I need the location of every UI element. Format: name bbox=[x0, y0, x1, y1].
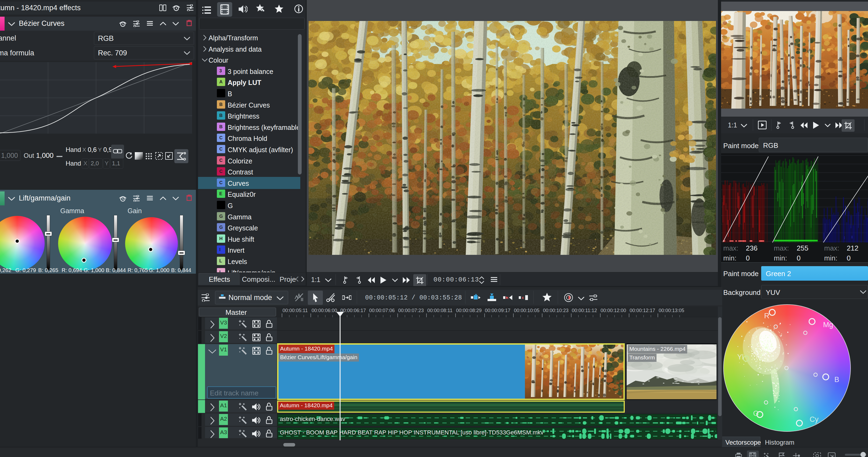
svg-text:x: x bbox=[506, 295, 508, 300]
svg-text:B: B bbox=[834, 376, 839, 384]
svg-text:R: R bbox=[764, 312, 770, 320]
svg-text:Yl: Yl bbox=[737, 353, 744, 361]
svg-text:G: G bbox=[753, 410, 759, 418]
svg-text:Cy: Cy bbox=[810, 415, 818, 423]
svg-text:Mg: Mg bbox=[823, 321, 833, 329]
svg-text:x: x bbox=[522, 295, 524, 300]
